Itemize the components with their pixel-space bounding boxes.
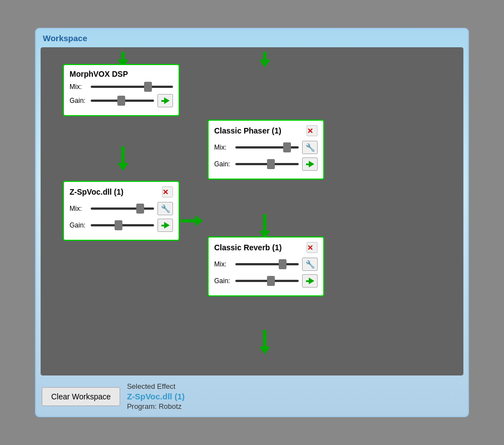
reverb-gain-thumb[interactable] bbox=[267, 276, 275, 286]
reverb-close-button[interactable]: ✕ bbox=[307, 242, 318, 253]
zspvoc-settings-button[interactable]: 🔧 bbox=[157, 202, 173, 215]
phaser-mix-track[interactable] bbox=[235, 146, 299, 149]
zspvoc-close-icon: ✕ bbox=[162, 189, 172, 196]
phaser-close-button[interactable]: ✕ bbox=[307, 125, 318, 136]
reverb-gain-label: Gain: bbox=[214, 277, 232, 285]
phaser-title-row: Classic Phaser (1) ✕ bbox=[214, 125, 318, 136]
phaser-gain-label: Gain: bbox=[214, 160, 232, 168]
zspvoc-gain-track[interactable] bbox=[91, 224, 154, 226]
reverb-title-row: Classic Reverb (1) ✕ bbox=[214, 242, 318, 253]
phaser-gain-row: Gain: bbox=[214, 157, 318, 171]
morphvox-mix-label: Mix: bbox=[70, 83, 87, 91]
wrench-icon: 🔧 bbox=[161, 204, 170, 213]
wrench-icon-phaser: 🔧 bbox=[305, 143, 315, 152]
effect-block-zspvoc: Z-SpVoc.dll (1) ✕ Mix: 🔧 Gain: bbox=[63, 181, 180, 241]
wrench-icon-reverb: 🔧 bbox=[305, 260, 315, 269]
phaser-gain-track[interactable] bbox=[235, 163, 299, 165]
phaser-title: Classic Phaser (1) bbox=[214, 126, 307, 135]
reverb-title: Classic Reverb (1) bbox=[214, 243, 307, 252]
zspvoc-title: Z-SpVoc.dll (1) bbox=[70, 187, 162, 196]
workspace-canvas: MorphVOX DSP Mix: Gain: bbox=[41, 47, 463, 375]
connector-zspvoc-phaser bbox=[181, 215, 203, 226]
reverb-close-icon: ✕ bbox=[307, 244, 317, 251]
selected-effect-label: Selected Effect bbox=[127, 382, 462, 390]
selected-effect-panel: Selected Effect Z-SpVoc.dll (1) Program:… bbox=[127, 382, 462, 411]
effect-block-classic-phaser: Classic Phaser (1) ✕ Mix: 🔧 Gain: bbox=[207, 120, 324, 180]
morphvox-gain-track[interactable] bbox=[91, 100, 154, 102]
reverb-send-button[interactable] bbox=[302, 274, 318, 288]
phaser-mix-row: Mix: 🔧 bbox=[214, 141, 318, 154]
zspvoc-mix-label: Mix: bbox=[70, 205, 87, 212]
reverb-settings-button[interactable]: 🔧 bbox=[302, 258, 318, 271]
morphvox-gain-label: Gain: bbox=[70, 97, 87, 105]
zspvoc-mix-track[interactable] bbox=[91, 207, 154, 210]
morphvox-mix-thumb[interactable] bbox=[144, 82, 152, 92]
clear-workspace-button[interactable]: Clear Workspace bbox=[42, 387, 120, 406]
morphvox-gain-thumb[interactable] bbox=[117, 96, 125, 106]
selected-effect-name: Z-SpVoc.dll (1) bbox=[127, 392, 462, 401]
morphvox-gain-row: Gain: bbox=[70, 94, 173, 107]
zspvoc-gain-label: Gain: bbox=[70, 221, 87, 229]
morphvox-send-button[interactable] bbox=[157, 94, 173, 107]
zspvoc-mix-thumb[interactable] bbox=[136, 204, 144, 214]
bottom-bar: Clear Workspace Selected Effect Z-SpVoc.… bbox=[41, 380, 463, 412]
morphvox-mix-row: Mix: bbox=[70, 83, 173, 91]
zspvoc-gain-thumb[interactable] bbox=[115, 220, 122, 230]
workspace-title: Workspace bbox=[41, 33, 463, 43]
reverb-mix-row: Mix: 🔧 bbox=[214, 258, 318, 271]
connector-reverb-out bbox=[259, 330, 270, 354]
reverb-mix-track[interactable] bbox=[235, 263, 299, 265]
reverb-mix-thumb[interactable] bbox=[279, 259, 286, 269]
connector-top-phaser bbox=[259, 52, 270, 67]
reverb-mix-label: Mix: bbox=[214, 260, 232, 268]
phaser-settings-button[interactable]: 🔧 bbox=[302, 141, 318, 154]
phaser-close-icon: ✕ bbox=[307, 127, 317, 135]
workspace-window: Workspace MorphVOX DSP Mix: Gain: bbox=[35, 28, 469, 417]
zspvoc-send-button[interactable] bbox=[157, 219, 173, 232]
zspvoc-mix-row: Mix: 🔧 bbox=[70, 202, 173, 215]
effect-block-morphvox: MorphVOX DSP Mix: Gain: bbox=[63, 64, 180, 116]
phaser-mix-label: Mix: bbox=[214, 144, 232, 151]
phaser-mix-thumb[interactable] bbox=[283, 142, 291, 152]
zspvoc-close-button[interactable]: ✕ bbox=[162, 186, 173, 197]
morphvox-title: MorphVOX DSP bbox=[70, 70, 173, 78]
morphvox-mix-track[interactable] bbox=[91, 86, 173, 88]
phaser-send-button[interactable] bbox=[302, 157, 318, 171]
connector-morphvox-zspvoc bbox=[117, 146, 129, 171]
zspvoc-gain-row: Gain: bbox=[70, 219, 173, 232]
phaser-gain-thumb[interactable] bbox=[267, 159, 275, 169]
selected-program-label: Program: Robotz bbox=[127, 402, 462, 411]
reverb-gain-track[interactable] bbox=[235, 280, 299, 282]
zspvoc-title-row: Z-SpVoc.dll (1) ✕ bbox=[70, 186, 173, 197]
reverb-gain-row: Gain: bbox=[214, 274, 318, 288]
effect-block-classic-reverb: Classic Reverb (1) ✕ Mix: 🔧 Gain: bbox=[207, 236, 324, 296]
connector-phaser-reverb bbox=[259, 214, 270, 239]
